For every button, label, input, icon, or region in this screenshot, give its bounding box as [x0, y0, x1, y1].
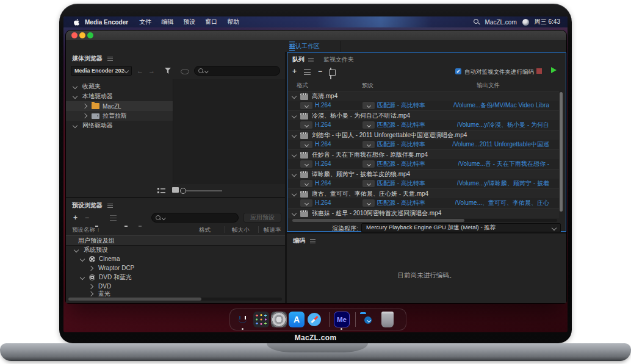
apply-preset-button[interactable]: 应用预设 — [243, 213, 281, 223]
remove-preset-button[interactable]: − — [85, 213, 89, 222]
queue-vscrollbar[interactable] — [560, 92, 563, 212]
output-link[interactable]: /Volume...音 - 天在下雨我在想你 - — [458, 159, 549, 169]
preset-row-dvd[interactable]: DVD — [66, 282, 285, 291]
preset-link[interactable]: 匹配源 - 高比特率 — [377, 140, 425, 149]
back-button[interactable]: ← — [137, 66, 143, 75]
close-window-button[interactable] — [71, 32, 78, 38]
preset-dropdown[interactable] — [362, 141, 375, 148]
queue-item-row[interactable]: 高清.mp4 — [288, 91, 559, 101]
preset-dropdown[interactable] — [362, 102, 375, 109]
auto-encode-checkbox[interactable]: ✓ — [455, 68, 461, 74]
preset-row-dvd-bluray[interactable]: DVD 和蓝光 — [66, 273, 285, 282]
preset-dropdown[interactable] — [362, 199, 375, 207]
queue-item-row[interactable]: 冷漠、杨小曼 - 为何自己不听话.mp4 — [288, 110, 559, 121]
thumbnail-view-button[interactable] — [172, 187, 179, 193]
output-link[interactable]: /Volume...、童可可、李佑晨、庄心 — [455, 198, 549, 208]
output-link[interactable]: /Volume...备份/MV/Mac Video Libra — [453, 101, 549, 110]
filter-icon[interactable] — [165, 68, 171, 74]
preset-group-user[interactable]: 用户预设及组 — [66, 235, 285, 246]
format-link[interactable]: H.264 — [315, 159, 331, 169]
format-dropdown[interactable] — [300, 180, 312, 187]
format-dropdown[interactable] — [300, 160, 312, 168]
panel-menu-icon[interactable] — [107, 57, 113, 61]
add-preset-button[interactable]: + — [73, 213, 78, 222]
apple-menu-icon[interactable] — [73, 18, 80, 26]
tab-queue[interactable]: 队列 — [292, 55, 314, 64]
menu-help[interactable]: 帮助 — [227, 18, 239, 26]
zoom-slider[interactable] — [180, 188, 186, 194]
launchpad-icon[interactable] — [253, 312, 269, 327]
format-dropdown[interactable] — [300, 102, 312, 109]
trash-icon[interactable] — [381, 312, 394, 327]
start-queue-button[interactable] — [551, 67, 557, 73]
format-link[interactable]: H.264 — [315, 179, 331, 188]
minimize-window-button[interactable] — [79, 32, 85, 38]
preset-link[interactable]: 匹配源 - 高比特率 — [377, 101, 425, 110]
panel-menu-icon[interactable] — [107, 204, 113, 208]
output-link[interactable]: /Volume...y/谭咏麟、顾芮宁 - 披着 — [457, 179, 549, 188]
stop-queue-button[interactable] — [536, 68, 542, 74]
control-center-icon[interactable] — [522, 19, 529, 26]
menubar-app-name[interactable]: Media Encoder — [85, 19, 128, 26]
queue-item-row[interactable]: 谭咏麟、顾芮宁 - 披着羊皮的狼.mp4 — [288, 169, 559, 179]
queue-item-row[interactable]: 唐古、童可可、李佑晨、庄心妍 - 天意.mp4 — [288, 188, 559, 199]
tree-item-local-drives[interactable]: 本地驱动器 — [66, 91, 173, 101]
column-format[interactable]: 格式 — [199, 226, 211, 234]
renderer-dropdown[interactable]: Mercury Playback Engine GPU 加速 (Metal) -… — [361, 223, 561, 232]
output-link[interactable]: /Volume...2011 Unforgettable中国巡 — [452, 140, 549, 149]
tree-item-favorites[interactable]: 收藏夹 — [66, 82, 173, 91]
format-link[interactable]: H.264 — [315, 120, 331, 130]
preset-dropdown[interactable] — [362, 160, 375, 168]
preset-link[interactable]: 匹配源 - 高比特率 — [377, 120, 425, 130]
panel-menu-icon[interactable] — [308, 58, 314, 62]
menu-edit[interactable]: 编辑 — [161, 18, 173, 26]
menu-window[interactable]: 窗口 — [205, 18, 217, 26]
workspace-menu-icon[interactable] — [289, 41, 295, 51]
list-view-button[interactable] — [157, 187, 165, 193]
preset-settings-icon[interactable] — [110, 215, 117, 221]
column-frame-rate[interactable]: 帧速率 — [264, 226, 281, 234]
queue-hscrollbar[interactable] — [292, 219, 464, 222]
preset-row-wraptor-dcp[interactable]: Wraptor DCP — [66, 263, 285, 273]
menubar-clock[interactable]: 周三 6:43 — [535, 18, 560, 26]
preset-link[interactable]: 匹配源 - 高比特率 — [377, 179, 425, 188]
preset-link[interactable]: 匹配源 - 高比特率 — [377, 159, 425, 169]
format-link[interactable]: H.264 — [315, 198, 331, 208]
source-dropdown[interactable]: Media Encoder 2020... — [71, 66, 132, 76]
preset-dropdown[interactable] — [362, 180, 375, 187]
media-search-input[interactable] — [194, 66, 280, 76]
preset-hscrollbar[interactable] — [68, 298, 201, 301]
window-titlebar[interactable] — [66, 30, 566, 41]
preset-row-cinema[interactable]: Cinema — [66, 254, 285, 263]
preset-group-system[interactable]: 系统预设 — [66, 245, 285, 254]
tree-item-laplace[interactable]: 拉普拉斯 — [66, 111, 173, 121]
queue-item-row[interactable]: 任妙音 - 天在下雨我在想你 - 原版伴奏.mp4 — [288, 149, 559, 160]
format-dropdown[interactable] — [300, 121, 312, 129]
column-preset-name[interactable]: 预设名称 ↑ — [72, 226, 99, 234]
tree-item-maczl[interactable]: MacZL — [66, 101, 173, 111]
queue-item-row[interactable]: 刘德华 - 中国人 - 2011 Unforgettable中国巡迴演唱会.mp… — [288, 130, 559, 140]
spotlight-search-icon[interactable] — [474, 19, 480, 25]
menu-preset[interactable]: 预设 — [183, 18, 195, 26]
ingest-icon[interactable] — [181, 69, 189, 74]
media-encoder-dock-icon[interactable]: Me — [334, 312, 350, 327]
format-link[interactable]: H.264 — [315, 140, 331, 149]
column-frame-size[interactable]: 帧大小 — [232, 226, 250, 234]
system-preferences-icon[interactable] — [271, 312, 287, 327]
menu-file[interactable]: 文件 — [139, 18, 151, 26]
preset-row-bluray[interactable]: 蓝光 — [66, 290, 285, 298]
preset-search-input[interactable] — [151, 213, 239, 223]
preset-link[interactable]: 匹配源 - 高比特率 — [377, 198, 425, 208]
panel-menu-icon[interactable] — [310, 239, 316, 243]
output-link[interactable]: /Volume...y/冷漠、杨小曼 - 为何自 — [457, 120, 549, 130]
format-dropdown[interactable] — [300, 199, 312, 207]
queue-item-row[interactable]: 张惠妹 - 趁早 - 2010阿密特首次巡回演唱会.mp4 — [288, 208, 559, 218]
remove-source-button[interactable]: − — [318, 67, 322, 76]
add-output-icon[interactable] — [304, 70, 311, 75]
zoom-window-button[interactable] — [87, 32, 93, 38]
add-source-button[interactable]: + — [292, 67, 297, 76]
tab-default-workspace[interactable]: 默认工作区 — [286, 41, 323, 52]
format-link[interactable]: H.264 — [315, 101, 331, 110]
format-dropdown[interactable] — [300, 141, 312, 148]
app-store-icon[interactable]: A — [289, 312, 305, 327]
